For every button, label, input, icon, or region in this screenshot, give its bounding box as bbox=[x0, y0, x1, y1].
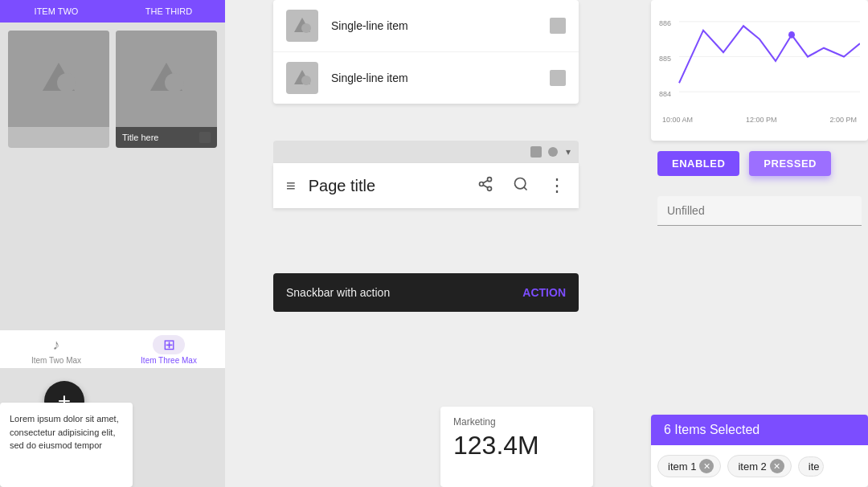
chip-1[interactable]: item 1 ✕ bbox=[657, 455, 721, 477]
chip-2-close[interactable]: ✕ bbox=[770, 459, 784, 473]
svg-line-14 bbox=[524, 186, 527, 190]
music-icon: ♪ bbox=[47, 335, 66, 354]
snackbar-action[interactable]: ACTION bbox=[522, 286, 566, 299]
list-item-1: Single-line item bbox=[273, 0, 579, 52]
list-item-1-text: Single-line item bbox=[331, 19, 537, 32]
chip-2-label: item 2 bbox=[738, 460, 766, 473]
top-bar-item-two[interactable]: ITEM TWO bbox=[0, 3, 113, 19]
media-card-2-footer: Title here bbox=[116, 127, 217, 148]
list-avatar-2 bbox=[286, 62, 318, 94]
more-icon[interactable]: ⋮ bbox=[548, 175, 566, 196]
chart-x-labels: 10:00 AM 12:00 PM 2:00 PM bbox=[659, 116, 860, 124]
chrome-circle bbox=[548, 147, 558, 157]
media-card-2-title: Title here bbox=[122, 133, 158, 142]
svg-point-7 bbox=[301, 76, 311, 85]
media-cards-row: Title here bbox=[0, 23, 225, 156]
chip-3[interactable]: ite bbox=[798, 456, 824, 477]
appbar-title: Page title bbox=[309, 177, 458, 195]
svg-point-10 bbox=[488, 186, 492, 190]
svg-point-8 bbox=[488, 177, 492, 181]
nav-tab-grid[interactable]: ⊞ Item Three Max bbox=[113, 335, 225, 365]
enabled-button[interactable]: ENABLED bbox=[657, 151, 739, 176]
search-icon[interactable] bbox=[513, 176, 529, 196]
media-card-1-image bbox=[8, 31, 109, 127]
chart-label-3: 2:00 PM bbox=[829, 116, 857, 124]
chip-3-label: ite bbox=[809, 460, 820, 473]
buttons-row: ENABLED PRESSED bbox=[651, 151, 868, 176]
svg-point-9 bbox=[480, 182, 484, 186]
list-item-2: Single-line item bbox=[273, 52, 579, 104]
media-card-2-image bbox=[116, 31, 217, 127]
svg-line-11 bbox=[483, 185, 488, 187]
pressed-button[interactable]: PRESSED bbox=[749, 151, 831, 176]
card-checkbox[interactable] bbox=[199, 132, 211, 143]
left-panel: ITEM TWO THE THIRD Title here bbox=[0, 0, 225, 487]
top-bar-item-three[interactable]: THE THIRD bbox=[113, 3, 225, 19]
svg-point-13 bbox=[515, 178, 526, 188]
media-card-1 bbox=[8, 31, 109, 148]
svg-point-21 bbox=[788, 31, 795, 39]
input-row bbox=[651, 196, 868, 226]
lorem-text: Lorem ipsum dolor sit amet, consectetur … bbox=[10, 412, 123, 452]
items-selected-header: 6 Items Selected bbox=[651, 415, 868, 445]
chart-card: 886 885 884 10:00 AM 12:00 PM 2:00 PM bbox=[651, 0, 868, 141]
appbar: ≡ Page title ⋮ bbox=[273, 163, 579, 208]
svg-point-3 bbox=[165, 73, 184, 92]
nav-tab-music-label: Item Two Max bbox=[31, 356, 81, 365]
chip-1-close[interactable]: ✕ bbox=[699, 459, 714, 473]
snackbar: Snackbar with action ACTION bbox=[273, 273, 579, 312]
chrome-dropdown-icon: ▾ bbox=[566, 146, 571, 158]
chart-svg: 886 885 884 bbox=[659, 13, 860, 109]
svg-point-1 bbox=[57, 73, 76, 92]
chip-1-label: item 1 bbox=[668, 460, 696, 473]
marketing-value: 123.4M bbox=[453, 431, 580, 460]
appbar-chrome: ▾ bbox=[273, 141, 579, 163]
svg-line-12 bbox=[483, 180, 488, 182]
chrome-btn-1 bbox=[530, 146, 542, 158]
media-card-2: Title here bbox=[116, 31, 217, 148]
list-action-1[interactable] bbox=[550, 18, 566, 34]
top-bar: ITEM TWO THE THIRD bbox=[0, 0, 225, 23]
list-item-2-text: Single-line item bbox=[331, 72, 537, 84]
chip-2[interactable]: item 2 ✕ bbox=[727, 455, 791, 477]
list-action-2[interactable] bbox=[550, 70, 566, 86]
appbar-wrapper: ▾ ≡ Page title ⋮ bbox=[273, 141, 579, 208]
menu-icon[interactable]: ≡ bbox=[286, 177, 296, 195]
bottom-nav-tabs: ♪ Item Two Max ⊞ Item Three Max bbox=[0, 329, 225, 368]
list-card: Single-line item Single-line item bbox=[273, 0, 579, 104]
grid-icon: ⊞ bbox=[153, 335, 185, 354]
nav-tab-music[interactable]: ♪ Item Two Max bbox=[0, 335, 113, 365]
svg-text:884: 884 bbox=[659, 88, 671, 97]
snackbar-text: Snackbar with action bbox=[286, 286, 390, 299]
right-panel: 886 885 884 10:00 AM 12:00 PM 2:00 PM EN… bbox=[651, 0, 868, 487]
svg-text:886: 886 bbox=[659, 18, 671, 27]
items-selected-card: 6 Items Selected item 1 ✕ item 2 ✕ ite bbox=[651, 415, 868, 487]
marketing-label: Marketing bbox=[453, 416, 580, 428]
chips-row: item 1 ✕ item 2 ✕ ite bbox=[651, 445, 868, 487]
nav-tab-grid-label: Item Three Max bbox=[141, 356, 197, 365]
unfilled-input[interactable] bbox=[657, 196, 862, 226]
chart-label-2: 12:00 PM bbox=[746, 116, 777, 124]
lorem-card: Lorem ipsum dolor sit amet, consectetur … bbox=[0, 403, 133, 487]
marketing-card: Marketing 123.4M bbox=[440, 407, 593, 487]
list-avatar-1 bbox=[286, 10, 318, 42]
svg-point-5 bbox=[301, 23, 311, 33]
share-icon[interactable] bbox=[477, 176, 493, 196]
chart-label-1: 10:00 AM bbox=[662, 116, 693, 124]
svg-text:885: 885 bbox=[659, 54, 671, 63]
